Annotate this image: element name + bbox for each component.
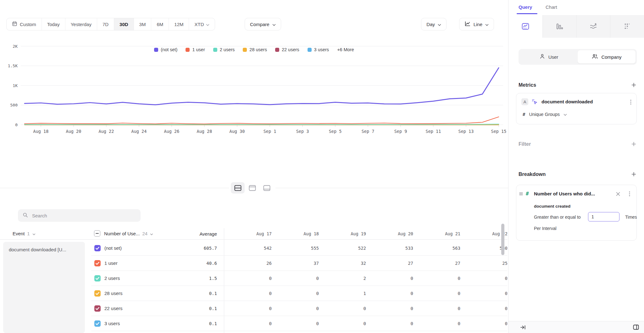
range-6m[interactable]: 6M <box>151 18 169 30</box>
row-date-value: 0 <box>419 321 460 326</box>
x-axis-tick-label: Aug 24 <box>131 129 147 134</box>
add-metric-button[interactable] <box>631 83 636 88</box>
table-body: document downloaded [U... (not set)605.7… <box>0 241 507 333</box>
table-header: Event 1 Number of Use... 24 Average Aug … <box>0 228 507 240</box>
group-header-label[interactable]: Number of Use... <box>104 231 140 236</box>
range-30d[interactable]: 30D <box>114 18 134 30</box>
breakdown-property-name[interactable]: Number of Users who did... <box>534 191 595 196</box>
add-breakdown-button[interactable] <box>631 172 636 177</box>
range-xtd[interactable]: XTD <box>189 18 215 30</box>
granularity-button[interactable]: Day <box>421 18 447 30</box>
split-panel-icon[interactable] <box>633 325 639 330</box>
y-axis-tick-label: 500 <box>10 103 18 107</box>
row-date-value: 2 <box>325 276 366 281</box>
tab-query[interactable]: Query <box>519 4 532 10</box>
chevron-down-icon[interactable] <box>150 231 153 236</box>
row-date-value: 522 <box>325 246 366 251</box>
collapse-panel-icon[interactable] <box>520 325 526 330</box>
metric-event-name[interactable]: document downloaded <box>541 99 593 104</box>
breakdown-kebab-menu-icon[interactable] <box>629 191 630 196</box>
chevron-down-icon <box>564 112 567 117</box>
range-custom[interactable]: Custom <box>7 18 42 30</box>
breakdown-per-interval-label[interactable]: Per Interval <box>534 226 557 231</box>
row-group-label: (not set) <box>104 245 122 251</box>
chart-type-bar-chart[interactable] <box>542 15 576 38</box>
compare-label: Compare <box>250 22 269 27</box>
metric-card: A document downloaded # Unique Groups <box>516 93 637 124</box>
line-chart-icon <box>464 21 471 28</box>
users-icon <box>591 53 598 60</box>
x-axis-tick-label: Aug 22 <box>99 129 114 134</box>
row-date-value: 0 <box>467 291 507 296</box>
row-average-value: 40.6 <box>170 261 217 266</box>
series-line-1-user <box>25 117 499 124</box>
range-3m[interactable]: 3M <box>134 18 151 30</box>
autocapture-icon <box>531 99 538 106</box>
row-checkbox[interactable] <box>94 245 101 251</box>
y-axis-tick-label: 2K <box>13 44 18 49</box>
layout-toggle-chart-top-view[interactable] <box>245 182 259 194</box>
range-7d[interactable]: 7D <box>97 18 114 30</box>
chevron-down-icon <box>485 22 489 27</box>
search-input[interactable] <box>31 213 136 219</box>
row-date-value: 0 <box>278 306 319 311</box>
times-value-input[interactable] <box>588 212 619 221</box>
range-12m[interactable]: 12M <box>169 18 189 30</box>
vertical-scrollbar-thumb[interactable] <box>501 224 504 255</box>
event-column-header[interactable]: Event 1 <box>13 231 36 236</box>
row-date-value: 0 <box>372 276 413 281</box>
close-icon[interactable] <box>616 192 620 196</box>
chart-type-line-chart[interactable] <box>509 15 542 38</box>
row-group-label: 3 users <box>104 321 120 326</box>
row-checkbox[interactable] <box>94 305 101 312</box>
compare-button[interactable]: Compare <box>245 18 281 30</box>
breakdown-condition-label[interactable]: Greater than or equal to <box>534 215 581 220</box>
select-all-checkbox[interactable] <box>94 230 100 237</box>
series-line-2-users <box>25 124 499 124</box>
row-average-value: 0.1 <box>170 321 217 326</box>
tab-chart[interactable]: Chart <box>546 4 557 10</box>
row-date-value: 26 <box>231 261 272 266</box>
chevron-down-icon <box>272 22 276 27</box>
x-axis-tick-label: Sep 15 <box>491 129 507 134</box>
breakdown-unit-label: Times <box>625 215 637 220</box>
event-header-count: 1 <box>27 231 30 236</box>
search-box <box>18 209 141 222</box>
range-today[interactable]: Today <box>42 18 65 30</box>
metric-aggregation-dropdown[interactable]: # Unique Groups <box>523 112 567 117</box>
chart-type-button[interactable]: Line <box>459 18 494 30</box>
row-group-label: 1 user <box>104 260 118 266</box>
row-date-value: 0 <box>325 321 366 326</box>
row-checkbox[interactable] <box>94 320 101 327</box>
row-date-value: 0 <box>419 306 460 311</box>
metric-kebab-menu-icon[interactable] <box>630 100 631 105</box>
x-axis-tick-label: Sep 5 <box>329 129 342 134</box>
metrics-section-title: Metrics <box>519 82 536 88</box>
x-axis-tick-label: Aug 26 <box>164 129 180 134</box>
range-label: 7D <box>103 22 108 27</box>
row-date-value: 0 <box>467 321 507 326</box>
row-checkbox[interactable] <box>94 260 101 266</box>
x-axis-tick-label: Sep 9 <box>394 129 407 134</box>
row-checkbox[interactable] <box>94 275 101 281</box>
range-yesterday[interactable]: Yesterday <box>65 18 97 30</box>
scope-option-user[interactable]: User <box>520 50 578 63</box>
layout-toggle-split-view[interactable] <box>231 182 245 194</box>
scope-option-company[interactable]: Company <box>578 50 636 63</box>
row-date-value: 0 <box>467 306 507 311</box>
x-axis-tick-label: Aug 30 <box>230 129 245 134</box>
row-average-value: 0.1 <box>170 291 217 296</box>
row-date-value: 563 <box>419 246 460 251</box>
chart-type-stream-chart[interactable] <box>576 15 610 38</box>
row-date-value: 32 <box>325 261 366 266</box>
line-chart: 2K1.5K1K5000Aug 18Aug 20Aug 22Aug 24Aug … <box>0 41 508 138</box>
row-checkbox[interactable] <box>94 290 101 297</box>
chart-type-scatter-grid[interactable] <box>610 15 644 38</box>
add-filter-button[interactable] <box>631 142 636 147</box>
layout-toggle-chart-bottom-view[interactable] <box>260 182 274 194</box>
drag-handle-icon[interactable] <box>519 192 523 196</box>
breakdown-event-name[interactable]: document created <box>534 204 570 209</box>
table-row: 2 users1.5002000 <box>0 271 507 286</box>
breakdown-card: # Number of Users who did... document cr… <box>516 185 637 241</box>
line-chart-icon <box>521 22 530 30</box>
